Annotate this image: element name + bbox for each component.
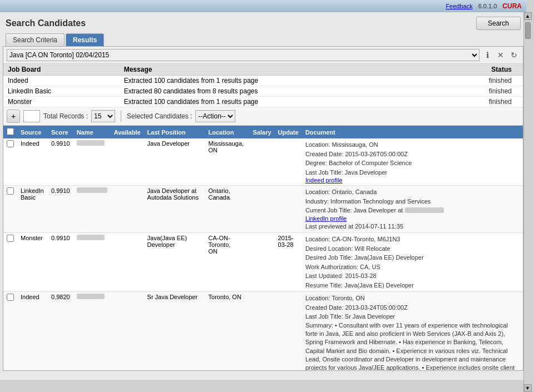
blurred-name: [77, 140, 105, 146]
score-cell: 0.9910: [48, 186, 73, 233]
position-cell: Java Developer: [144, 138, 205, 186]
location-header: Location: [205, 126, 250, 138]
indeed-profile-link-1[interactable]: Indeed profile: [305, 177, 343, 183]
job-board-header: Job Board: [3, 64, 120, 76]
row-checkbox[interactable]: [7, 235, 14, 242]
scroll-thumb[interactable]: [525, 22, 531, 39]
toolbar: + Total Records : 15 25 50 100 Selected …: [3, 107, 523, 126]
cura-logo: CURA: [502, 2, 522, 10]
name-header: Name: [73, 126, 111, 138]
source-cell: Monster: [17, 233, 48, 292]
location-cell: Toronto, ON: [205, 292, 250, 371]
page-input[interactable]: [23, 110, 40, 122]
position-cell: Java Developer atAutodata Solutions: [144, 186, 205, 233]
available-cell: [111, 186, 144, 233]
salary-cell: [250, 138, 275, 186]
job-board-row: Indeed Extracted 100 candidates from 1 r…: [3, 76, 523, 86]
candidates-table: Source Score Name Available Last Positio…: [3, 126, 523, 370]
document-cell: Location: Mississauga, ON Created Date: …: [302, 138, 523, 186]
location-cell: Ontario, Canada: [205, 186, 250, 233]
location-cell: Mississauga, ON: [205, 138, 250, 186]
score-cell: 0.9820: [48, 292, 73, 371]
row-checkbox[interactable]: [7, 294, 14, 301]
tab-results[interactable]: Results: [66, 33, 104, 46]
update-cell: [275, 138, 302, 186]
select-all-header: [3, 126, 17, 138]
document-cell: Location: Toronto, ON Created Date: 2013…: [302, 292, 523, 371]
available-cell: [111, 292, 144, 371]
source-header: Source: [17, 126, 48, 138]
blurred-name: [77, 235, 105, 240]
row-checkbox[interactable]: [7, 187, 14, 195]
rows-per-page-select[interactable]: 15 25 50 100: [91, 110, 115, 122]
salary-header: Salary: [250, 126, 275, 138]
action-select[interactable]: --Action-- Export Delete: [195, 110, 235, 122]
available-cell: [111, 138, 144, 186]
position-cell: Java(Java EE) Developer: [144, 233, 205, 292]
table-row: Indeed 0.9820 Sr Java Developer Toronto,…: [3, 292, 523, 371]
nav-forward-button[interactable]: +: [7, 110, 20, 123]
job-board-row: LinkedIn Basic Extracted 80 candidates f…: [3, 86, 523, 97]
score-cell: 0.9910: [48, 233, 73, 292]
source-cell: LinkedInBasic: [17, 186, 48, 233]
name-cell: [73, 138, 111, 186]
scrollbar-right[interactable]: ▲ ▼: [523, 12, 531, 392]
blurred-name: [77, 187, 107, 193]
toolbar-divider: [121, 111, 121, 122]
position-cell: Sr Java Developer: [144, 292, 205, 371]
tabs: Search Criteria Results: [0, 32, 526, 46]
update-cell: [275, 292, 302, 371]
status-header: Status: [437, 64, 523, 76]
last-position-header: Last Position: [144, 126, 205, 138]
blurred-company: [405, 207, 444, 213]
content-area: Java [CA ON Toronto] 02/04/2015 ℹ ✕ ↻ Jo…: [3, 46, 523, 371]
salary-cell: [250, 186, 275, 233]
select-all-checkbox[interactable]: [7, 128, 14, 135]
search-bar: Java [CA ON Toronto] 02/04/2015 ℹ ✕ ↻: [3, 47, 523, 64]
version-label: 6.0.1.0: [478, 3, 497, 9]
update-cell: [275, 186, 302, 233]
job-board-table: Job Board Message Status Indeed Extracte…: [3, 64, 523, 107]
name-cell: [73, 233, 111, 292]
name-cell: [73, 186, 111, 233]
document-cell: Location: CA-ON-Toronto, M6J1N3 Desired …: [302, 233, 523, 292]
linkedin-profile-link-1[interactable]: LinkedIn profile: [305, 215, 347, 222]
salary-cell: [250, 292, 275, 371]
refresh-icon[interactable]: ↻: [508, 49, 520, 61]
table-row: Indeed 0.9910 Java Developer Mississauga…: [3, 138, 523, 186]
info-icon[interactable]: ℹ: [482, 49, 493, 61]
score-cell: 0.9910: [48, 138, 73, 186]
total-records-label: Total Records :: [43, 112, 88, 120]
available-header: Available: [111, 126, 144, 138]
update-cell: 2015-03-28: [275, 233, 302, 292]
message-header: Message: [120, 64, 437, 76]
score-header: Score: [48, 126, 73, 138]
scroll-down-arrow[interactable]: ▼: [524, 384, 532, 392]
tab-search-criteria[interactable]: Search Criteria: [6, 33, 65, 46]
search-criteria-select[interactable]: Java [CA ON Toronto] 02/04/2015: [7, 49, 479, 61]
table-row: Monster 0.9910 Java(Java EE) Developer C…: [3, 233, 523, 292]
selected-candidates-label: Selected Candidates :: [127, 112, 192, 120]
top-bar: Feedback 6.0.1.0 CURA: [0, 0, 526, 12]
page-title: Search Candidates: [6, 18, 86, 28]
search-button[interactable]: Search: [476, 17, 521, 30]
source-cell: Indeed: [17, 292, 48, 371]
table-row: LinkedInBasic 0.9910 Java Developer atAu…: [3, 186, 523, 233]
row-checkbox[interactable]: [7, 140, 14, 147]
scroll-up-arrow[interactable]: ▲: [524, 12, 532, 20]
location-cell: CA-ON-Toronto,ON: [205, 233, 250, 292]
document-header: Document: [302, 126, 523, 138]
job-board-row: Monster Extracted 100 candidates from 1 …: [3, 97, 523, 107]
source-cell: Indeed: [17, 138, 48, 186]
document-cell: Location: Ontario, Canada Industry: Info…: [302, 186, 523, 233]
feedback-link[interactable]: Feedback: [446, 3, 472, 9]
salary-cell: [250, 233, 275, 292]
close-icon[interactable]: ✕: [495, 49, 506, 61]
page-title-bar: Search Candidates Search: [0, 12, 526, 32]
update-header: Update: [275, 126, 302, 138]
available-cell: [111, 233, 144, 292]
blurred-name: [77, 294, 105, 299]
name-cell: [73, 292, 111, 371]
